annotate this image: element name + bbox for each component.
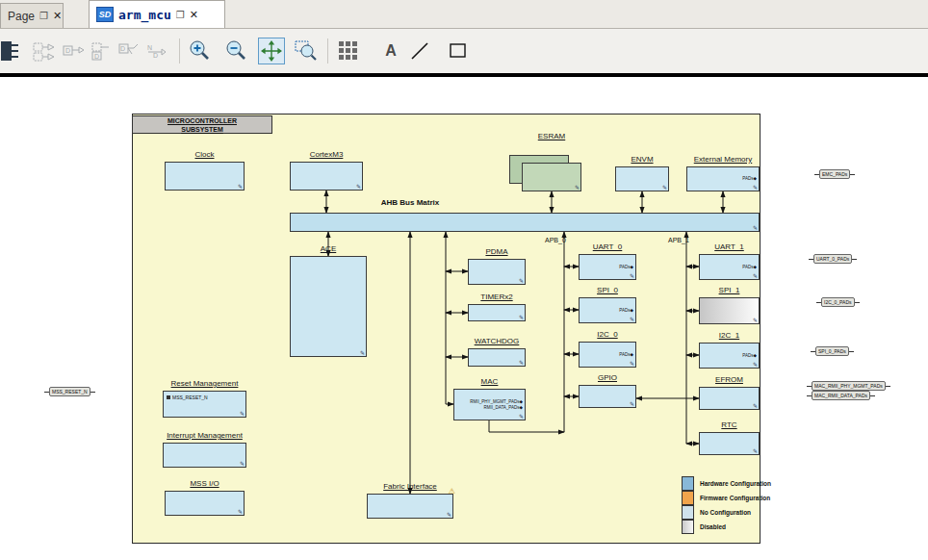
config-icon[interactable]: ✎ xyxy=(753,448,758,455)
config-icon[interactable]: ✎ xyxy=(630,273,634,280)
config-icon[interactable]: ✎ xyxy=(519,360,524,367)
esram-block[interactable]: ✎ xyxy=(522,163,581,191)
legend-label: Disabled xyxy=(700,520,726,534)
config-icon[interactable]: ✎ xyxy=(753,273,758,280)
config-icon[interactable]: ✎ xyxy=(630,401,634,408)
port-stub xyxy=(886,386,890,387)
port-mac_rmii_phy_mgmt_pads[interactable]: MAC_RMII_PHY_MGMT_PADs xyxy=(807,381,890,391)
config-icon[interactable]: ✎ xyxy=(519,414,524,420)
config-icon[interactable]: ✎ xyxy=(238,184,243,191)
pads-port-label: PADs◆ xyxy=(619,351,633,357)
generate-icon[interactable] xyxy=(0,38,24,64)
efrom-block[interactable]: ✎ xyxy=(699,387,760,410)
mac-label: MAC xyxy=(442,377,537,387)
config-icon[interactable]: ✎ xyxy=(447,512,451,519)
zoom-in-icon[interactable] xyxy=(186,38,213,64)
zoom-window-icon[interactable] xyxy=(293,38,320,64)
svg-text:N: N xyxy=(147,44,152,51)
port-stub xyxy=(849,351,854,352)
pdma-block[interactable]: ✎ xyxy=(468,259,526,285)
envm-label: ENVM xyxy=(604,155,681,165)
spi-1-label: SPI_1 xyxy=(687,286,771,295)
spi-0-label: SPI_0 xyxy=(567,286,648,295)
tab-float-icon[interactable]: ❐ xyxy=(39,11,48,21)
config-icon[interactable]: ✎ xyxy=(753,403,758,410)
generate-icon-glyph xyxy=(0,38,21,64)
warning-icon: ⚠ xyxy=(449,487,455,496)
uart-0-block[interactable]: PADs◆✎ xyxy=(579,254,636,280)
mss-diagram[interactable]: MICROCONTROLLERSUBSYSTEM✎AHB Bus MatrixA… xyxy=(132,114,760,544)
config-icon[interactable]: ✎ xyxy=(240,411,245,418)
cortexm3-block[interactable]: ✎ xyxy=(290,162,363,191)
zoom-out-icon[interactable] xyxy=(222,38,249,64)
i2c-0-block[interactable]: PADs◆✎ xyxy=(579,342,636,368)
port-stub xyxy=(870,395,875,396)
envm-block[interactable]: ✎ xyxy=(615,166,669,191)
mss-io-block[interactable]: ✎ xyxy=(165,491,245,516)
config-icon[interactable]: ✎ xyxy=(575,185,580,191)
port-spi_0_pads[interactable]: SPI_0_PADs xyxy=(811,346,854,356)
config-icon[interactable]: ✎ xyxy=(240,461,245,468)
zoom-fit-icon[interactable] xyxy=(258,38,285,64)
smartdesign-window: Page ❐ ✕ SD arm_mcu ❐ ✕ D D D ND xyxy=(0,0,928,560)
pads-ports: PADs◆ xyxy=(742,176,757,182)
external-memory-block[interactable]: PADs◆✎ xyxy=(686,166,760,191)
pin-label: MSS_RESET_N xyxy=(172,395,208,400)
connect-instances-icon[interactable] xyxy=(31,38,58,64)
pads-port-label: RMII_DATA_PADs◆ xyxy=(470,405,523,411)
clock-block[interactable]: ✎ xyxy=(165,162,245,191)
port-i2c_0_pads[interactable]: I2C_0_PADs xyxy=(816,297,860,307)
spi-1-block[interactable]: ✎ xyxy=(699,297,760,324)
add-rectangle-icon[interactable] xyxy=(445,38,472,64)
add-net-icon[interactable]: D xyxy=(89,38,116,64)
config-icon[interactable]: ✎ xyxy=(630,317,634,323)
uart-1-block[interactable]: PADs◆✎ xyxy=(699,254,760,280)
watchdog-block[interactable]: ✎ xyxy=(468,348,526,367)
add-text-icon[interactable]: A xyxy=(377,38,404,64)
mss-reset-n-pin[interactable]: MSS_RESET_N xyxy=(167,395,208,400)
split-net-icon[interactable]: D xyxy=(116,38,142,64)
reset-management-block[interactable]: MSS_RESET_N✎ xyxy=(163,391,246,418)
timerx2-block[interactable]: ✎ xyxy=(468,304,526,321)
spi-0-block[interactable]: PADs◆✎ xyxy=(579,297,636,323)
fabric-interface-block[interactable]: ⚠✎ xyxy=(367,494,453,519)
tab-arm-mcu-close-icon[interactable]: ✕ xyxy=(190,9,198,21)
tab-page-close-icon[interactable]: ✕ xyxy=(53,10,62,22)
legend-swatch-1 xyxy=(682,491,694,505)
port-mss_reset_n[interactable]: MSS_RESET_N xyxy=(44,387,95,396)
config-icon[interactable]: ✎ xyxy=(356,184,361,191)
port-emc_pads[interactable]: EMC_PADs xyxy=(814,169,855,179)
config-icon[interactable]: ✎ xyxy=(630,361,634,368)
tab-page-label: Page xyxy=(8,10,35,23)
config-icon[interactable]: ✎ xyxy=(753,225,758,232)
port-uart_0_pads[interactable]: UART_0_PADs xyxy=(809,254,857,264)
tab-float-icon[interactable]: ❐ xyxy=(176,10,185,20)
config-icon[interactable]: ✎ xyxy=(519,278,524,285)
config-icon[interactable]: ✎ xyxy=(662,185,667,191)
rtc-block[interactable]: ✎ xyxy=(699,432,760,455)
config-icon[interactable]: ✎ xyxy=(519,315,524,321)
ripple-connect-icon[interactable]: ND xyxy=(142,38,169,64)
tab-page[interactable]: Page ❐ ✕ xyxy=(0,3,64,28)
tab-arm-mcu[interactable]: SD arm_mcu ❐ ✕ xyxy=(89,0,225,28)
ahb-bus-matrix-block[interactable]: ✎ xyxy=(290,213,760,232)
svg-text:D: D xyxy=(153,52,158,59)
port-mac_rmii_data_pads[interactable]: MAC_RMII_DATA_PADs xyxy=(807,391,875,400)
add-line-icon[interactable] xyxy=(406,38,433,64)
config-icon[interactable]: ✎ xyxy=(753,318,758,324)
config-icon[interactable]: ✎ xyxy=(753,362,758,369)
gpio-label: GPIO xyxy=(567,373,648,383)
promote-pin-icon[interactable]: D xyxy=(60,38,87,64)
canvas[interactable]: MICROCONTROLLERSUBSYSTEM✎AHB Bus MatrixA… xyxy=(0,77,928,560)
port-stub xyxy=(852,259,857,260)
mac-block[interactable]: RMII_PHY_MGMT_PADs◆RMII_DATA_PADs◆✎ xyxy=(453,389,526,420)
grid-icon[interactable] xyxy=(335,38,362,64)
interrupt-management-block[interactable]: ✎ xyxy=(163,443,246,468)
gpio-block[interactable]: ✎ xyxy=(579,385,636,408)
config-icon[interactable]: ✎ xyxy=(360,350,365,357)
ace-block[interactable]: ✎ xyxy=(290,256,367,357)
config-icon[interactable]: ✎ xyxy=(238,509,243,516)
config-icon[interactable]: ✎ xyxy=(753,185,758,191)
i2c-1-block[interactable]: PADs◆✎ xyxy=(699,343,760,369)
svg-text:D: D xyxy=(65,47,70,54)
